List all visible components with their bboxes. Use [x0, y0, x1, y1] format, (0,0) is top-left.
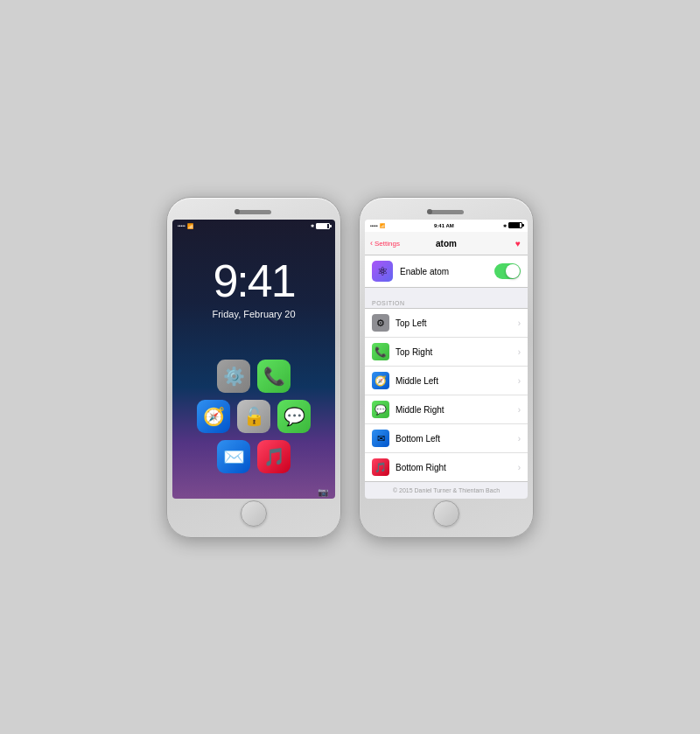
home-button-left[interactable]: [241, 500, 267, 527]
left-phone: ••••• 📶 ✱ 9:41 Friday, February 20: [166, 197, 341, 538]
top-left-label: Top Left: [396, 318, 518, 328]
bottom-right-icon: 🎵: [372, 458, 389, 476]
app-music[interactable]: 🎵: [257, 440, 290, 473]
bottom-left-chevron: ›: [518, 434, 521, 444]
icon-row-3: ✉️ 🎵: [217, 440, 290, 473]
back-chevron-icon: ‹: [370, 239, 373, 248]
settings-status-bar: ••••• 📶 9:41 AM ✱: [365, 220, 528, 232]
settings-battery-tip: [522, 224, 524, 227]
top-right-label: Top Right: [396, 347, 518, 357]
lockscreen: ••••• 📶 ✱ 9:41 Friday, February 20: [172, 220, 335, 499]
speaker-left: [236, 210, 271, 214]
home-button-right[interactable]: [433, 500, 459, 527]
camera-right: [427, 209, 432, 214]
bluetooth-icon: ✱: [311, 223, 314, 228]
settings-battery-area: ✱: [503, 222, 522, 228]
nav-back-button[interactable]: ‹ Settings: [370, 239, 400, 248]
ls-status-bar: ••••• 📶 ✱: [172, 220, 335, 232]
phone-top-left: [172, 205, 335, 220]
middle-left-label: Middle Left: [396, 376, 518, 386]
battery-area: ✱: [311, 223, 330, 229]
nav-title: atom: [436, 239, 457, 248]
app-mail[interactable]: ✉️: [217, 440, 250, 473]
phone-top-right: [365, 205, 528, 220]
icon-row-1: ⚙️ 📞: [217, 360, 290, 393]
position-bottom-left[interactable]: ✉ Bottom Left ›: [365, 424, 528, 453]
top-left-icon: ⚙: [372, 314, 389, 332]
camera-shortcut: 📷: [172, 486, 335, 499]
nav-back-label[interactable]: Settings: [374, 240, 400, 248]
position-list: ⚙ Top Left › 📞 Top Right › 🧭 Middle Left: [365, 308, 528, 482]
camera-left: [234, 209, 240, 214]
wifi-icon: 📶: [187, 223, 193, 229]
settings-signal: ••••• 📶: [370, 223, 385, 228]
app-unlock[interactable]: 🔓: [237, 400, 270, 433]
bottom-right-label: Bottom Right: [396, 463, 518, 472]
battery-tip: [330, 225, 332, 227]
middle-left-chevron: ›: [518, 376, 521, 386]
settings-content-wrapper: ••••• 📶 9:41 AM ✱ ‹: [365, 220, 528, 499]
position-middle-right[interactable]: 💬 Middle Right ›: [365, 395, 528, 424]
battery-fill: [317, 224, 327, 228]
atom-icon: ⚛: [372, 261, 393, 282]
bottom-right-chevron: ›: [518, 463, 521, 472]
phone-bottom-right: [433, 499, 459, 528]
settings-screen: ••••• 📶 9:41 AM ✱ ‹: [365, 220, 528, 499]
position-top-left[interactable]: ⚙ Top Left ›: [365, 309, 528, 338]
signal-area: ••••• 📶: [178, 223, 193, 229]
bottom-left-icon: ✉: [372, 430, 389, 447]
nav-heart-button[interactable]: ♥: [515, 239, 521, 248]
icon-row-2: 🧭 🔓 💬: [197, 400, 311, 433]
app-settings[interactable]: ⚙️: [217, 360, 250, 393]
settings-battery-fill: [509, 223, 520, 227]
signal-dots: •••••: [178, 223, 186, 228]
settings-wifi: 📶: [380, 223, 385, 228]
phones-container: ••••• 📶 ✱ 9:41 Friday, February 20: [166, 197, 534, 538]
settings-signal-dots: •••••: [370, 223, 378, 228]
settings-battery-bar: [508, 222, 522, 228]
enable-atom-row[interactable]: ⚛ Enable atom: [365, 255, 528, 288]
middle-right-chevron: ›: [518, 405, 521, 415]
app-icons: ⚙️ 📞 🧭 🔓 💬 ✉️ 🎵: [172, 353, 335, 480]
bottom-left-label: Bottom Left: [396, 434, 518, 444]
position-bottom-right[interactable]: 🎵 Bottom Right ›: [365, 453, 528, 481]
app-phone[interactable]: 📞: [257, 360, 290, 393]
middle-right-icon: 💬: [372, 401, 389, 418]
top-right-icon: 📞: [372, 343, 389, 360]
settings-bluetooth: ✱: [503, 223, 507, 228]
top-left-chevron: ›: [518, 318, 521, 328]
settings-nav-bar: ‹ Settings atom ♥: [365, 232, 528, 256]
top-right-chevron: ›: [518, 347, 521, 357]
app-messages[interactable]: 💬: [277, 400, 311, 433]
right-phone: ••••• 📶 9:41 AM ✱ ‹: [359, 197, 534, 538]
position-top-right[interactable]: 📞 Top Right ›: [365, 338, 528, 367]
settings-footer: © 2015 Daniel Turner & Thientam Bach: [365, 482, 528, 499]
position-section-label: POSITION: [365, 298, 528, 308]
atom-icon-glyph: ⚛: [377, 264, 388, 278]
lockscreen-time: 9:41: [172, 258, 335, 304]
enable-toggle[interactable]: [494, 263, 521, 279]
phone-bottom-left: [241, 499, 267, 528]
enable-label: Enable atom: [400, 267, 494, 276]
lockscreen-date: Friday, February 20: [172, 309, 335, 319]
middle-left-icon: 🧭: [372, 372, 389, 389]
toggle-knob: [506, 264, 520, 278]
settings-clock: 9:41 AM: [434, 223, 454, 228]
speaker-right: [429, 210, 464, 214]
position-middle-left[interactable]: 🧭 Middle Left ›: [365, 367, 528, 395]
battery-bar: [316, 223, 330, 229]
lockscreen-screen: ••••• 📶 ✱ 9:41 Friday, February 20: [172, 220, 335, 499]
middle-right-label: Middle Right: [396, 405, 518, 415]
app-safari[interactable]: 🧭: [197, 400, 230, 433]
